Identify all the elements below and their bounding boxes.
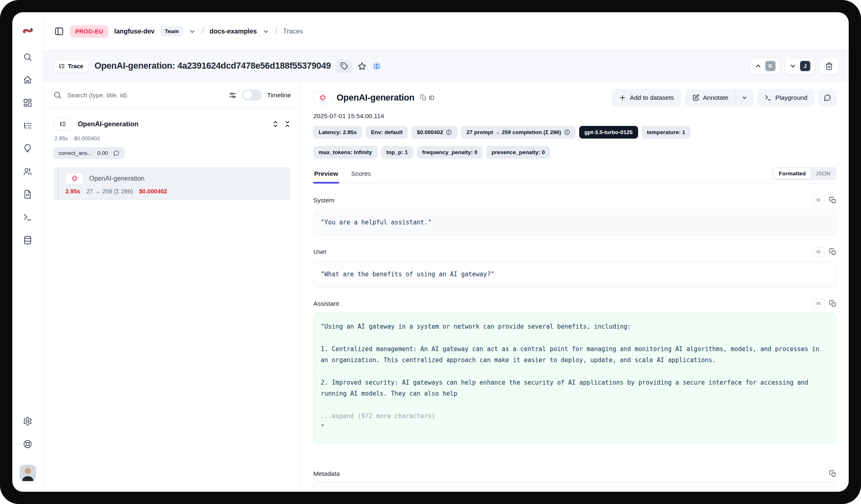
trace-root-metrics: 2.95s $0.000402 [54,135,291,141]
copy-icon[interactable] [829,248,836,255]
trace-tree-panel: Timeline OpenAI-generation [43,82,301,492]
screen-frame: PROD-EU langfuse-dev Team / docs-example… [0,0,861,504]
annotate-label: Annotate [703,94,728,101]
env-badge: Env: default [366,126,408,139]
prev-trace-button[interactable]: K [750,58,780,75]
system-content: "You are a helpful assistant." [313,209,836,236]
search-icon[interactable] [23,52,32,62]
timeline-toggle[interactable] [242,90,262,101]
globe-public-icon[interactable] [372,62,381,71]
icon-rail [12,12,43,492]
next-trace-button[interactable]: J [785,58,815,75]
user-label: User [313,248,327,255]
org-chevron-down-icon[interactable] [189,28,196,35]
playground-icon[interactable] [23,213,32,222]
comments-button[interactable] [818,89,836,106]
observation-row-selected[interactable]: OpenAI-generation 2.95s 27 → 259 (Σ 286)… [53,167,291,200]
format-json-option[interactable]: JSON [811,168,835,179]
add-to-datasets-button[interactable]: Add to datasets [612,89,681,106]
trace-title-bar: Trace OpenAI-generation: 4a2391624dcd747… [43,51,849,82]
timeline-label: Timeline [267,92,291,99]
datasets-icon[interactable] [23,235,32,245]
comment-bubble-icon [113,150,119,156]
detail-tabs: Preview Scores Formatted JSON [313,167,836,184]
observation-detail-panel: OpenAI-generation ID Add to datasets [301,82,849,492]
project-chevron-down-icon[interactable] [263,28,269,35]
sidebar-toggle-icon[interactable] [54,26,64,36]
clover-generation-icon [319,94,326,101]
markdown-toggle-icon[interactable]: M↓ [814,247,825,257]
user-content: "What are the benefits of using an AI ga… [313,261,836,288]
assistant-section: Assistant M↓ "Using an AI gateway in a s… [313,299,836,444]
toggle-knob [243,91,252,99]
main-column: PROD-EU langfuse-dev Team / docs-example… [43,12,849,492]
info-icon [564,129,570,135]
copy-icon[interactable] [829,197,836,204]
temperature-badge: temperature: 1 [642,126,691,139]
home-icon[interactable] [23,75,32,85]
dashboard-icon[interactable] [23,98,32,108]
frequency-penalty-badge: frequency_penalty: 0 [417,146,483,159]
expand-link[interactable]: ...expand (972 more characters) [321,411,829,422]
playground-label: Playground [776,94,807,101]
score-value: 0.00 [97,150,108,156]
chevron-up-icon [755,63,762,69]
model-badge[interactable]: gpt-3.5-turbo-0125 [579,126,638,139]
assistant-paragraph: 2. Improved security: AI gateways can he… [321,377,829,399]
settings-gear-icon[interactable] [23,417,32,426]
copy-icon[interactable] [829,470,836,477]
breadcrumb-divider: / [275,26,277,36]
copy-id-control[interactable]: ID [420,94,434,101]
langfuse-logo-icon [22,25,34,36]
terminal-icon [764,94,772,101]
app-window: PROD-EU langfuse-dev Team / docs-example… [12,12,849,492]
annotate-dropdown-button[interactable] [735,89,753,106]
copy-icon[interactable] [829,300,836,307]
fold-vertical-icon[interactable] [284,121,291,128]
environment-badge[interactable]: PROD-EU [70,25,108,38]
presence-penalty-badge: presence_penalty: 0 [486,146,550,159]
metadata-content-box: { [313,482,836,492]
clover-generation-icon [72,175,78,181]
assistant-content: "Using an AI gateway in a system or netw… [313,313,836,444]
rail-nav [23,52,32,245]
evaluation-icon[interactable] [23,144,32,153]
tab-scores[interactable]: Scores [351,168,372,183]
markdown-toggle-icon[interactable]: M↓ [814,195,825,205]
cost-badge: $0.000402 [411,126,457,139]
system-section: System M↓ "You are a helpful assistant." [313,195,836,236]
view-options-sliders-icon[interactable] [229,91,237,99]
tracing-icon[interactable] [23,121,32,130]
score-badge[interactable]: correct_ans... 0.00 [53,147,125,159]
trace-root-row[interactable]: OpenAI-generation [53,118,291,130]
generation-type-pill [65,172,84,184]
comment-bubble-icon [824,94,831,101]
trace-tree: OpenAI-generation 2.95s $0.000402 correc… [43,109,301,209]
delete-trace-button[interactable] [819,58,839,75]
project-name[interactable]: docs-examples [209,28,257,35]
tab-preview[interactable]: Preview [313,168,339,183]
observation-metrics: 2.95s 27 → 259 (Σ 286) $0.000402 [65,188,284,195]
playground-button[interactable]: Playground [758,89,814,106]
annotate-button[interactable]: Annotate [685,89,735,106]
user-avatar[interactable] [20,465,36,481]
annotate-pencil-icon [692,94,699,101]
detail-header: OpenAI-generation ID Add to datasets [313,89,836,106]
support-lifebuoy-icon[interactable] [23,439,32,449]
org-type-badge: Team [160,26,183,36]
format-formatted-option[interactable]: Formatted [774,168,811,179]
breadcrumb-section[interactable]: Traces [283,28,303,35]
tree-search-input[interactable] [67,92,223,99]
chevron-down-icon [789,63,796,69]
tag-button[interactable] [337,59,352,73]
users-icon[interactable] [23,167,32,176]
metric-badges: Latency: 2.95s Env: default $0.000402 27… [313,126,836,159]
prompts-icon[interactable] [23,190,32,199]
star-icon[interactable] [357,62,366,71]
trash-icon [825,62,833,70]
org-name[interactable]: langfuse-dev [114,28,155,35]
score-name: correct_ans... [58,150,92,156]
markdown-toggle-icon[interactable]: M↓ [814,299,825,308]
assistant-paragraph: "Using an AI gateway in a system or netw… [321,321,829,332]
unfold-vertical-icon[interactable] [272,121,279,128]
